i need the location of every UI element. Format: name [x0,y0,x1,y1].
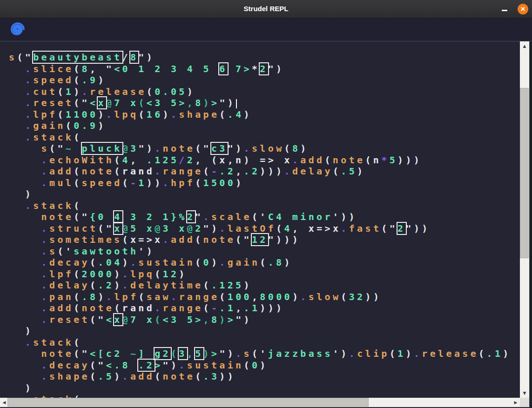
code-token: 5 [130,223,147,234]
code-token: {0 [90,211,114,222]
code-token: lpf [49,268,74,280]
scroll-right-icon[interactable]: ▶ [512,398,519,407]
code-token: . [25,97,33,108]
code-token: <3 5> [147,97,187,108]
code-token: ') [333,348,349,359]
code-line: .speed(.9) [9,74,511,86]
code-token [9,154,41,166]
code-token: ) [98,120,106,131]
code-token: ( [74,63,81,74]
code-line: .echoWith(4, .125/2, (x,n) => x.add(note… [9,154,511,166]
code-token: ) [114,280,122,291]
code-token: ") [236,314,252,325]
code-token: ) [114,371,122,382]
highlighted-token: c3 [211,143,228,154]
code-token: 16 [147,109,163,120]
code-token: > [211,348,219,359]
code-token [9,109,25,120]
code-token: (x,n) => x [211,154,292,166]
vertical-scrollbar[interactable]: ▲ ▼ [520,41,529,398]
code-token: reset [49,314,90,325]
code-line: .shape(.5).add(note(.3)) [9,371,511,382]
code-line: note("<[c2 ~] g2(3,5)>").s('jazzbass').c… [9,348,511,360]
code-token: ] [138,348,155,359]
code-token: .2 [98,280,114,291]
code-token: . [203,211,211,222]
scroll-down-icon[interactable]: ▼ [520,389,529,397]
code-token: ( [333,166,341,177]
code-token: ) [300,143,308,154]
code-token: . [219,223,227,234]
code-token: hpf [171,177,195,188]
code-line: .struct("x@5 x@3 x@2").lastOf(4, x=>x.fa… [9,223,511,234]
code-token: ( [74,74,81,86]
strudel-repl-window: Strudel REPL ✕ s("beautybeast/8") .slice… [0,0,532,408]
scroll-left-icon[interactable]: ◀ [0,398,8,407]
code-token: . [25,120,33,131]
highlighted-token: 8 [130,52,138,63]
code-token: ( [122,177,130,188]
code-token: ) [98,291,106,302]
code-token: ( [260,257,268,268]
code-token: 3 [163,223,179,234]
code-token [9,280,41,291]
code-token: pan [49,291,74,302]
code-token [9,246,41,257]
code-token: . [244,143,252,154]
highlighted-token: 4 [114,211,122,222]
code-token: jazzbass [268,348,333,359]
code-token: rand [122,166,155,177]
code-token: .2 [219,166,236,177]
minimize-button[interactable] [498,0,512,18]
code-token: sawtooth [74,246,138,257]
code-token: ( [74,166,81,177]
strudel-logo-icon[interactable] [9,20,27,38]
code-token: (" [74,348,90,359]
code-token: ) [503,348,511,359]
code-token: - [211,302,219,314]
code-token [9,200,25,211]
code-token: saw [147,291,171,302]
code-token: ( [365,154,373,166]
vertical-scrollbar-thumb[interactable] [520,88,529,258]
close-button[interactable]: ✕ [518,4,528,14]
code-token: note [333,154,365,166]
code-line: .lpf(2000).lpq(12) [9,268,511,280]
scroll-up-icon[interactable]: ▲ [520,42,529,50]
code-token: ( [195,257,203,268]
code-token: decay [49,360,90,371]
code-token [9,348,41,359]
code-token: sustain [138,257,195,268]
code-token: 0 [252,360,260,371]
code-token: ( [147,86,155,97]
code-token: 12 [163,268,179,280]
code-editor[interactable]: s("beautybeast/8") .slice(8, "<0 1 2 3 4… [0,41,520,398]
code-lines: s("beautybeast/8") .slice(8, "<0 1 2 3 4… [9,52,511,398]
code-token: lpf [114,291,138,302]
horizontal-scrollbar[interactable]: ◀ ▶ [0,398,520,407]
code-line: note("{0 4 3 2 1}%2".scale('C4 minor')) [9,211,511,223]
code-token: (" [90,314,106,325]
code-token: , [252,291,260,302]
horizontal-scrollbar-thumb[interactable] [7,398,369,407]
code-token: / [179,154,187,166]
code-token: add [171,234,195,245]
code-token: <0 1 2 3 4 5 [114,63,219,74]
titlebar[interactable]: Strudel REPL ✕ [0,0,532,18]
code-token: , [203,314,211,325]
code-token: note [41,211,74,222]
code-token: - [130,177,138,188]
code-token [74,143,81,154]
code-token: ) [9,382,33,394]
code-token: stack [33,394,74,398]
code-token: . [41,360,49,371]
code-token: ( [138,291,146,302]
code-token: . [41,246,49,257]
code-token: . [82,86,90,97]
code-token: ( [219,291,227,302]
code-token: cut [33,86,57,97]
code-token: mul [49,177,74,188]
code-token: speed [33,74,74,86]
code-line: .add(note(rand.range(-.2,.2))).delay(.5) [9,166,511,177]
code-token: ( [122,234,130,245]
